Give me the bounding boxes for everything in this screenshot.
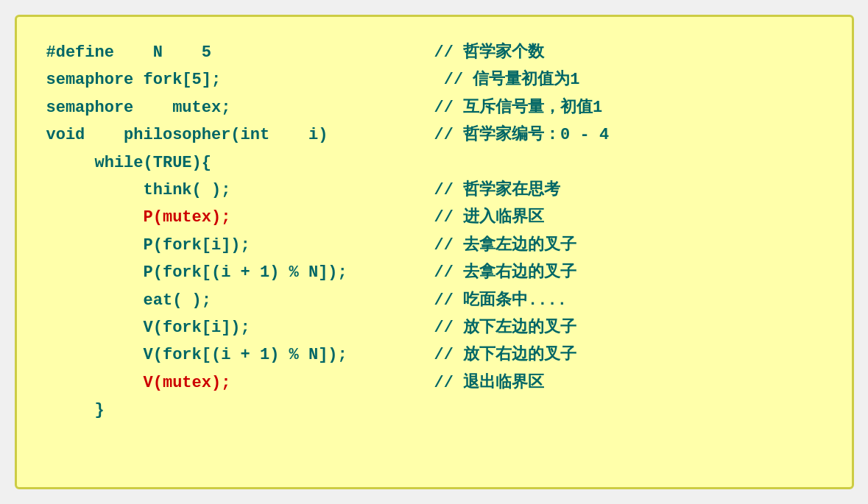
code-left-5: think( ); (46, 177, 434, 204)
code-right-2: // 互斥信号量，初值1 (434, 94, 822, 121)
code-right-11: // 放下右边的叉子 (434, 341, 822, 369)
code-right-10: // 放下左边的叉子 (434, 314, 822, 341)
code-right-12: // 退出临界区 (434, 369, 822, 397)
code-left-13: } (46, 397, 434, 424)
code-left-0: #define N 5 (46, 39, 434, 66)
code-left-9: eat( ); (46, 287, 434, 314)
code-right-0: // 哲学家个数 (434, 39, 822, 66)
code-right-5: // 哲学家在思考 (434, 177, 822, 204)
code-left-4: while(TRUE){ (46, 149, 434, 177)
code-left-10: V(fork[i]); (46, 314, 434, 341)
code-left-8: P(fork[(i + 1) % N]); (46, 259, 434, 286)
code-left-1: semaphore fork[5]; (46, 66, 434, 93)
code-right-7: // 去拿左边的叉子 (434, 232, 822, 259)
code-right-8: // 去拿右边的叉子 (434, 259, 822, 286)
code-left-2: semaphore mutex; (46, 94, 434, 121)
code-block: #define N 5// 哲学家个数semaphore fork[5]; //… (15, 15, 854, 489)
code-left-7: P(fork[i]); (46, 232, 434, 259)
code-right-6: // 进入临界区 (434, 204, 822, 231)
code-right-4 (434, 149, 822, 177)
code-left-3: void philosopher(int i) (46, 121, 434, 149)
code-left-12: V(mutex); (46, 369, 434, 397)
code-right-1: // 信号量初值为1 (434, 66, 822, 93)
code-right-13 (434, 397, 822, 424)
code-left-11: V(fork[(i + 1) % N]); (46, 341, 434, 369)
code-left-6: P(mutex); (46, 204, 434, 231)
code-right-9: // 吃面条中.... (434, 287, 822, 314)
code-right-3: // 哲学家编号：0 - 4 (434, 121, 822, 149)
